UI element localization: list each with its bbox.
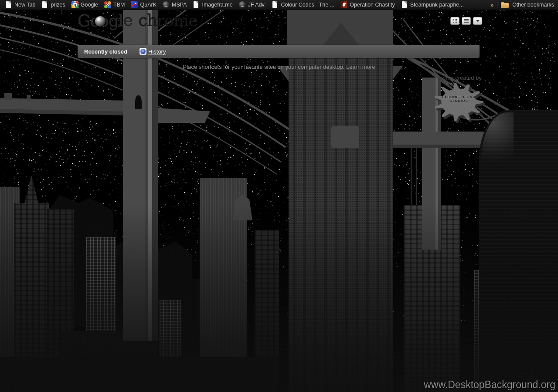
bookmarks-overflow-chevron-icon[interactable]: » (490, 2, 493, 8)
bookmark-label: QuArK (140, 2, 157, 8)
studio-name-line1: ELRUNETHE2ND (433, 95, 485, 99)
bookmark-list: New TabprizesgGoogle✕TBMQuArKMSPAImagefr… (0, 0, 490, 10)
menu-dropdown-button[interactable] (473, 17, 482, 25)
history-link-label: History (148, 48, 166, 55)
bookmark-label: TBM (113, 2, 125, 8)
bookmark-item[interactable]: MSPA (160, 0, 190, 10)
grid-icon (453, 19, 454, 20)
page-icon (272, 1, 279, 8)
thumbnail-view-button[interactable] (450, 17, 459, 25)
bookmark-item[interactable]: QuArK (128, 0, 160, 10)
shortcut-tip-text: Place shortcuts for your favorite sites … (183, 64, 345, 70)
bookmarks-bar: New TabprizesgGoogle✕TBMQuArKMSPAImagefr… (0, 0, 558, 10)
studio-name: ELRUNETHE2ND STUDIOS (433, 95, 485, 103)
clock-icon (140, 48, 146, 55)
bookmark-label: Steampunk paraphe... (410, 2, 464, 8)
bookmark-label: Imagefra.me (202, 2, 232, 8)
page-icon (41, 1, 48, 8)
recently-closed-bar: Recently closed History (78, 45, 480, 58)
mspa-icon (163, 1, 170, 8)
bottom-fade (0, 0, 558, 392)
gear-icon (433, 82, 485, 123)
list-icon (464, 19, 469, 20)
wallpaper-scene (0, 0, 558, 392)
bookmark-item[interactable]: Imagefra.me (190, 0, 235, 10)
bookmark-label: Google (81, 2, 98, 8)
theme-credit-caption: Theme created by (427, 74, 490, 81)
chastity-icon (340, 1, 347, 8)
page-icon (193, 1, 200, 8)
bookmarks-bar-right: » Other bookmarks (490, 1, 558, 8)
bookmark-label: Operation Chastity (350, 2, 395, 8)
google-chrome-watermark-logo: Googlechrome (78, 11, 197, 30)
bookmark-item[interactable]: Steampunk paraphe... (398, 0, 467, 10)
joomla-icon: ✕ (104, 1, 111, 8)
chrome-orb-icon (95, 16, 105, 27)
bookmark-label: JF Adv. (248, 2, 266, 8)
list-view-button[interactable] (462, 17, 471, 25)
quark-icon (131, 1, 138, 8)
new-tab-page: Googlechrome New TabprizesgGoogle✕TBMQuA… (0, 0, 558, 392)
shortcut-tip: Place shortcuts for your favorite sites … (0, 64, 558, 70)
page-icon (401, 1, 408, 8)
view-controls (450, 17, 482, 25)
bookmark-item[interactable]: prizes (38, 0, 68, 10)
mspa-icon (239, 1, 246, 8)
logo-chrome-text: chrome (139, 11, 198, 30)
theme-credit: Theme created by ELRUNETHE2ND STUDIOS (427, 74, 490, 122)
bookmark-item[interactable]: ✕TBM (101, 0, 128, 10)
recently-closed-title: Recently closed (84, 48, 127, 55)
bookmark-label: prizes (51, 2, 65, 8)
folder-icon (501, 1, 509, 8)
bookmark-label: Colour Codes - The ... (281, 2, 334, 8)
site-watermark: www.DesktopBackground.org (424, 379, 555, 391)
bookmark-item[interactable]: Operation Chastity (337, 0, 398, 10)
studio-name-line2: STUDIOS (433, 99, 485, 103)
separator (497, 2, 497, 8)
chevron-down-icon (476, 20, 480, 22)
bookmark-item[interactable]: gGoogle (68, 0, 101, 10)
bookmark-label: New Tab (14, 2, 35, 8)
bookmark-item[interactable]: New Tab (2, 0, 38, 10)
bookmark-item[interactable]: Colour Codes - The ... (269, 0, 337, 10)
bookmark-label: MSPA (172, 2, 187, 8)
google-icon: g (71, 1, 78, 8)
other-bookmarks-button[interactable]: Other bookmarks (512, 2, 554, 8)
history-link[interactable]: History (140, 48, 166, 55)
learn-more-link[interactable]: Learn more (346, 64, 375, 70)
page-icon (5, 1, 12, 8)
studio-gear-logo: ELRUNETHE2ND STUDIOS (433, 82, 485, 122)
bookmark-item[interactable]: JF Adv. (236, 0, 269, 10)
